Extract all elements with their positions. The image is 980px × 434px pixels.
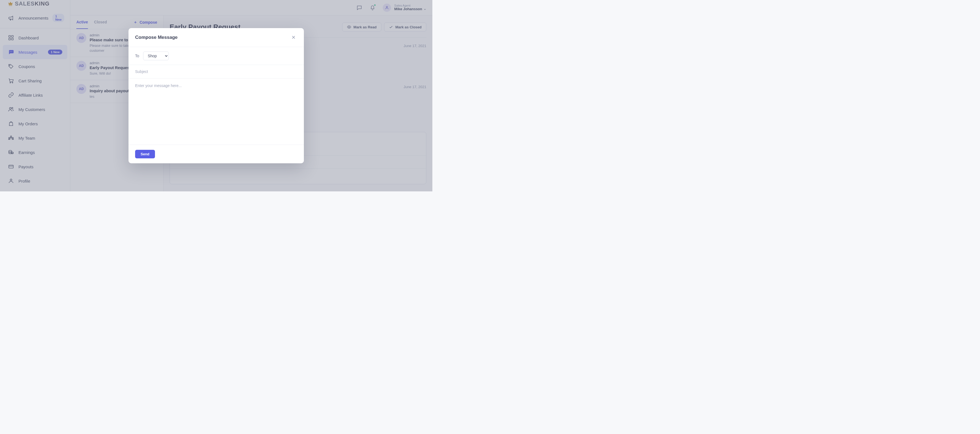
message-textarea[interactable]	[129, 79, 304, 144]
compose-modal: Compose Message ✕ To Shop Send	[129, 28, 304, 163]
to-select[interactable]: Shop	[143, 52, 169, 60]
modal-backdrop[interactable]: Compose Message ✕ To Shop Send	[0, 0, 433, 192]
close-button[interactable]: ✕	[290, 33, 297, 41]
subject-input[interactable]	[135, 70, 297, 74]
close-icon: ✕	[291, 35, 296, 41]
modal-title: Compose Message	[135, 35, 178, 40]
to-label: To	[135, 54, 139, 58]
send-button[interactable]: Send	[135, 150, 155, 158]
